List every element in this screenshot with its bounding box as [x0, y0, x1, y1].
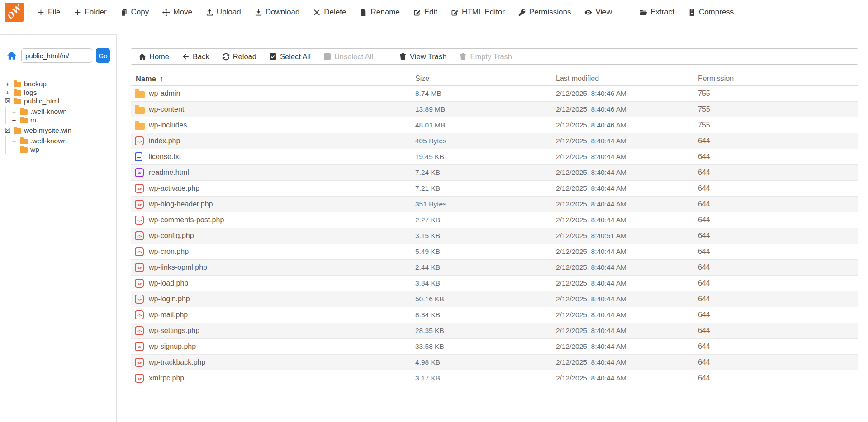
- menu-item-new-file[interactable]: File: [37, 8, 60, 17]
- app-logo[interactable]: OW: [5, 3, 24, 22]
- table-row[interactable]: wp-includes 48.01 MB 2/12/2025, 8:40:46 …: [131, 117, 858, 133]
- file-name-link[interactable]: wp-comments-post.php: [149, 216, 415, 224]
- table-row[interactable]: wp-settings.php 28.35 KB 2/12/2025, 8:40…: [131, 323, 858, 339]
- file-name-link[interactable]: wp-signup.php: [149, 342, 415, 351]
- file-type-icon: [135, 263, 144, 272]
- menu-item-new-folder[interactable]: Folder: [74, 8, 106, 17]
- menu-item-upload[interactable]: Upload: [206, 8, 241, 17]
- file-name-link[interactable]: index.php: [149, 137, 415, 145]
- column-header-modified[interactable]: Last modified: [556, 75, 698, 83]
- file-name-link[interactable]: wp-links-opml.php: [149, 263, 415, 272]
- file-name-link[interactable]: xmlrpc.php: [149, 374, 415, 382]
- menu-item-move[interactable]: Move: [162, 8, 192, 17]
- toolbar-empty-trash-button[interactable]: Empty Trash: [459, 52, 512, 61]
- column-header-permission[interactable]: Permission: [698, 75, 858, 83]
- file-name-link[interactable]: wp-content: [149, 105, 415, 113]
- table-row[interactable]: wp-blog-header.php 351 Bytes 2/12/2025, …: [131, 197, 858, 212]
- file-modified: 2/12/2025, 8:40:44 AM: [556, 263, 698, 272]
- file-name-link[interactable]: wp-admin: [149, 89, 415, 98]
- menu-item-extract[interactable]: Extract: [640, 8, 674, 17]
- file-size: 8.34 KB: [415, 311, 556, 319]
- expand-plus-icon[interactable]: +: [5, 80, 11, 88]
- expand-plus-icon[interactable]: +: [5, 89, 11, 96]
- menu-item-download[interactable]: Download: [255, 8, 300, 17]
- expand-plus-icon[interactable]: +: [11, 116, 17, 124]
- file-permission: 644: [698, 374, 858, 382]
- file-name-link[interactable]: readme.html: [149, 169, 415, 177]
- file-name-link[interactable]: wp-mail.php: [149, 311, 415, 319]
- menu-item-rename[interactable]: Rename: [360, 8, 399, 17]
- menu-item-compress[interactable]: Compress: [688, 8, 734, 17]
- file-type-icon: [135, 358, 144, 367]
- toolbar-view-trash-button[interactable]: View Trash: [399, 52, 446, 61]
- column-header-name[interactable]: Name ↑: [131, 74, 415, 84]
- table-row[interactable]: xmlrpc.php 3.17 KB 2/12/2025, 8:40:44 AM…: [131, 370, 858, 386]
- expand-plus-icon[interactable]: +: [11, 145, 17, 153]
- column-header-size[interactable]: Size: [415, 75, 556, 83]
- go-button[interactable]: Go: [96, 48, 110, 63]
- file-name-link[interactable]: wp-settings.php: [149, 327, 415, 335]
- tree-item-well-known[interactable]: + .well-known: [11, 136, 116, 145]
- tree-item-logs[interactable]: + logs: [0, 88, 116, 97]
- file-table: Name ↑ Size Last modified Permission wp-…: [131, 72, 858, 386]
- tree-item-public-html[interactable]: ☒ public_html: [0, 97, 116, 105]
- table-row[interactable]: license.txt 19.45 KB 2/12/2025, 8:40:44 …: [131, 149, 858, 165]
- tree-item-m[interactable]: + m: [11, 116, 116, 124]
- collapse-box-icon[interactable]: ☒: [5, 127, 11, 134]
- file-name-link[interactable]: wp-activate.php: [149, 184, 415, 192]
- menu-item-edit[interactable]: Edit: [413, 8, 437, 17]
- file-name-link[interactable]: wp-trackback.php: [149, 358, 415, 366]
- file-name-link[interactable]: license.txt: [149, 153, 415, 161]
- home-icon[interactable]: [6, 51, 17, 61]
- file-size: 7.21 KB: [415, 184, 556, 192]
- table-row[interactable]: index.php 405 Bytes 2/12/2025, 8:40:44 A…: [131, 133, 858, 149]
- table-row[interactable]: wp-signup.php 33.58 KB 2/12/2025, 8:40:4…: [131, 339, 858, 355]
- menu-item-html-editor[interactable]: HTML Editor: [451, 8, 505, 17]
- tree-item-backup[interactable]: + backup: [0, 80, 116, 88]
- table-row[interactable]: wp-config.php 3.15 KB 2/12/2025, 8:40:51…: [131, 228, 858, 244]
- table-row[interactable]: wp-admin 8.74 MB 2/12/2025, 8:40:46 AM 7…: [131, 86, 858, 102]
- file-name-link[interactable]: wp-load.php: [149, 279, 415, 287]
- expand-plus-icon[interactable]: +: [11, 137, 17, 145]
- file-permission: 644: [698, 216, 858, 224]
- table-row[interactable]: wp-links-opml.php 2.44 KB 2/12/2025, 8:4…: [131, 260, 858, 276]
- menu-item-copy[interactable]: Copy: [120, 8, 149, 17]
- path-input[interactable]: [21, 48, 92, 63]
- table-row[interactable]: wp-load.php 3.84 KB 2/12/2025, 8:40:44 A…: [131, 276, 858, 291]
- table-row[interactable]: wp-login.php 50.16 KB 2/12/2025, 8:40:44…: [131, 291, 858, 307]
- file-name-link[interactable]: wp-blog-header.php: [149, 200, 415, 208]
- folder-icon: [14, 82, 21, 87]
- move-arrows-icon: [162, 9, 170, 16]
- expand-plus-icon[interactable]: +: [11, 108, 17, 115]
- table-row[interactable]: wp-cron.php 5.49 KB 2/12/2025, 8:40:44 A…: [131, 244, 858, 260]
- sort-asc-icon: ↑: [160, 74, 164, 84]
- table-row[interactable]: wp-activate.php 7.21 KB 2/12/2025, 8:40:…: [131, 181, 858, 197]
- collapse-box-icon[interactable]: ☒: [5, 98, 11, 105]
- sidebar: Go + backup + logs ☒ public_html +: [0, 34, 117, 422]
- tree-label: .well-known: [30, 108, 67, 116]
- tree-item-wp[interactable]: + wp: [11, 145, 116, 154]
- file-name-link[interactable]: wp-config.php: [149, 232, 415, 240]
- toolbar-select-all-button[interactable]: Select All: [269, 52, 311, 61]
- menu-item-delete[interactable]: Delete: [313, 8, 346, 17]
- toolbar-home-button[interactable]: Home: [138, 52, 169, 61]
- table-row[interactable]: wp-mail.php 8.34 KB 2/12/2025, 8:40:44 A…: [131, 307, 858, 323]
- table-row[interactable]: wp-content 13.89 MB 2/12/2025, 8:40:46 A…: [131, 102, 858, 117]
- file-name-link[interactable]: wp-cron.php: [149, 248, 415, 256]
- tree-item-well-known[interactable]: + .well-known: [11, 107, 116, 116]
- table-row[interactable]: wp-comments-post.php 2.27 KB 2/12/2025, …: [131, 212, 858, 228]
- file-type-icon: [135, 231, 144, 240]
- file-icon: [360, 9, 367, 16]
- menu-item-view[interactable]: View: [584, 8, 612, 17]
- file-permission: 644: [698, 200, 858, 208]
- table-row[interactable]: readme.html 7.24 KB 2/12/2025, 8:40:44 A…: [131, 165, 858, 181]
- toolbar-unselect-all-button[interactable]: Unselect All: [323, 52, 373, 61]
- toolbar-back-button[interactable]: Back: [182, 52, 209, 61]
- file-name-link[interactable]: wp-includes: [149, 121, 415, 129]
- toolbar-reload-button[interactable]: Reload: [222, 52, 256, 61]
- file-name-link[interactable]: wp-login.php: [149, 295, 415, 303]
- tree-item-web-mysite-win[interactable]: ☒ web.mysite.win: [0, 126, 116, 135]
- table-row[interactable]: wp-trackback.php 4.98 KB 2/12/2025, 8:40…: [131, 355, 858, 370]
- menu-item-permissions[interactable]: Permissions: [518, 8, 571, 17]
- copy-icon: [120, 9, 128, 16]
